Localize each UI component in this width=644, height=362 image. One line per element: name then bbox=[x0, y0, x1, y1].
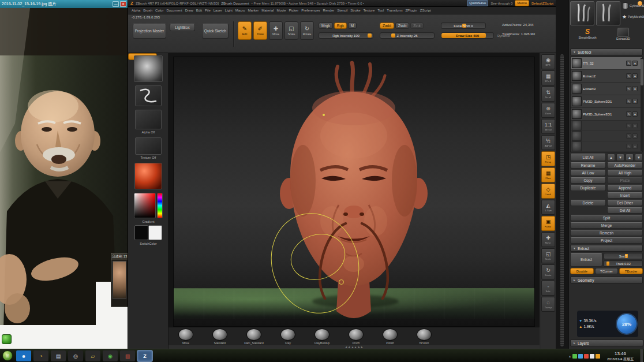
brush-strip-item[interactable]: Move bbox=[173, 329, 199, 345]
extract-toggle-button[interactable]: TBorder bbox=[619, 268, 643, 274]
polypaint-icon[interactable]: ✎ bbox=[626, 133, 631, 139]
taskbar-icon[interactable]: ▤ bbox=[51, 350, 66, 361]
subtool-item[interactable]: ✎ ● bbox=[571, 131, 642, 141]
gradient-label[interactable]: Gradient bbox=[128, 220, 169, 223]
net-speed-widget[interactable]: ▼39.3K/s ▲1.9K/s 28% bbox=[577, 311, 638, 337]
menu-item[interactable]: Tool bbox=[377, 9, 384, 12]
taskbar-icon[interactable]: ◔ bbox=[33, 350, 48, 361]
tray-icon[interactable] bbox=[596, 354, 600, 359]
visibility-eye-icon[interactable]: ● bbox=[632, 111, 638, 117]
menu-item[interactable]: Render bbox=[323, 9, 335, 12]
switchcolor-button[interactable]: SwitchColor bbox=[128, 242, 169, 245]
quicksave-button[interactable]: QuickSave bbox=[467, 0, 488, 6]
reorder-arrow-button[interactable]: ▲ bbox=[626, 154, 634, 161]
tray-icon[interactable] bbox=[584, 354, 589, 359]
draw-size-slider[interactable]: Draw Size 409 bbox=[441, 32, 494, 39]
see-through-slider[interactable]: See-through 0 bbox=[491, 2, 512, 5]
edit-mode-button[interactable]: ✚ Move bbox=[269, 21, 283, 40]
tool-slot-extract3d[interactable]: Extract3D bbox=[606, 28, 641, 40]
visibility-eye-icon[interactable]: ● bbox=[632, 123, 638, 128]
right-shelf-button[interactable]: ↻ Rotate bbox=[541, 264, 555, 279]
start-button[interactable]: ⊞ bbox=[2, 350, 13, 361]
current-tool-thumbnail[interactable] bbox=[570, 1, 594, 25]
menu-item[interactable]: Texture bbox=[363, 9, 376, 12]
subtool-action-button[interactable]: Rename bbox=[570, 162, 606, 169]
brush-strip-item[interactable]: ClayBuildup bbox=[309, 329, 335, 345]
edit-mode-button[interactable]: ◱ Scale bbox=[284, 21, 298, 40]
tool-slot-polymesh3d[interactable]: ★ PolyMesh3D bbox=[622, 14, 644, 20]
menu-item[interactable]: Transform bbox=[386, 9, 403, 12]
edit-mode-button[interactable]: ✎ Edit bbox=[238, 21, 252, 40]
color-picker[interactable] bbox=[134, 193, 156, 218]
subtool-action-button[interactable]: AutoReorder bbox=[607, 162, 643, 169]
right-shelf-button[interactable]: ✚ Move bbox=[541, 232, 555, 247]
stroke-selector[interactable] bbox=[135, 85, 162, 106]
projection-master-button[interactable]: Projection Master bbox=[133, 24, 166, 39]
focal-shift-slider[interactable]: Focal Shift 0 bbox=[441, 23, 486, 29]
tray-icon[interactable] bbox=[572, 354, 577, 359]
divider-grip[interactable] bbox=[560, 54, 564, 346]
visibility-eye-icon[interactable]: ● bbox=[632, 133, 638, 139]
right-shelf-button[interactable]: ◉ BPR bbox=[541, 54, 555, 69]
polypaint-icon[interactable]: ✎ bbox=[626, 144, 631, 149]
extract-button[interactable]: Extract bbox=[570, 253, 602, 267]
menu-item[interactable]: Macro bbox=[235, 9, 246, 12]
right-shelf-button[interactable]: ◦ Solo bbox=[541, 281, 555, 296]
slider-handle[interactable] bbox=[368, 33, 372, 38]
default-zscript-button[interactable]: DefaultZScript bbox=[531, 2, 553, 5]
subtool-action-button[interactable]: Del All bbox=[607, 207, 643, 214]
right-shelf-button[interactable]: ½ AAHalf bbox=[541, 135, 555, 150]
reorder-arrow-button[interactable]: ▲ bbox=[607, 154, 615, 161]
right-shelf-button[interactable]: ⇅ Scroll bbox=[541, 87, 555, 102]
menu-item[interactable]: Marker bbox=[247, 9, 259, 12]
hue-strip[interactable] bbox=[157, 193, 163, 218]
color-mode-button[interactable]: M bbox=[348, 23, 357, 29]
sculpt-mode-button[interactable]: Zsub bbox=[395, 23, 409, 29]
right-shelf-button[interactable]: ▣ Frame bbox=[541, 216, 555, 231]
tool-thumbnail[interactable] bbox=[596, 1, 620, 25]
right-shelf-button[interactable]: 1:1 Actual bbox=[541, 119, 555, 134]
photo-viewer-titlebar[interactable]: 2016-11-02_15-16-19.jpg 图片 — ✕ bbox=[0, 0, 128, 8]
alpha-selector[interactable] bbox=[135, 110, 162, 129]
scrollbar-thumb[interactable] bbox=[641, 59, 643, 85]
tool-slot-cylinder3d[interactable]: Cylinder3D bbox=[622, 2, 644, 9]
menu-item[interactable]: Light bbox=[224, 9, 233, 12]
right-shelf-button[interactable]: ▦ Floor bbox=[541, 167, 555, 182]
close-button[interactable]: ✕ bbox=[120, 1, 126, 7]
extract-toggle-button[interactable]: TCorner bbox=[595, 268, 619, 274]
menu-item[interactable]: Edit bbox=[196, 9, 203, 12]
show-desktop-button[interactable] bbox=[641, 349, 643, 362]
menu-item[interactable]: Stencil bbox=[336, 9, 348, 12]
sculpt-mode-button[interactable]: Zcut bbox=[410, 23, 424, 29]
memo-button[interactable]: Memo bbox=[515, 0, 529, 6]
right-shelf-button[interactable]: ◇ Local bbox=[541, 184, 555, 199]
subtool-item[interactable]: Extract2 ✎ ● bbox=[571, 70, 642, 83]
edit-mode-button[interactable]: ↻ Rotate bbox=[300, 21, 314, 40]
thick-slider[interactable]: Thick 0.02 bbox=[604, 260, 643, 267]
color-mode-button[interactable]: Rgb bbox=[334, 23, 347, 29]
current-brush-thumbnail[interactable] bbox=[134, 55, 163, 82]
subtool-action-button[interactable]: Del Other bbox=[607, 200, 643, 206]
subsection-button[interactable]: Split bbox=[570, 215, 643, 221]
menu-item[interactable]: Layer bbox=[213, 9, 223, 12]
menu-item[interactable]: ZPlugin bbox=[405, 9, 417, 12]
subsection-button[interactable]: Project bbox=[570, 237, 643, 244]
polypaint-icon[interactable]: ✎ bbox=[626, 86, 631, 91]
taskbar-icon[interactable]: ◎ bbox=[68, 350, 83, 361]
subtool-action-button[interactable]: Append bbox=[607, 185, 643, 191]
minimize-button[interactable]: — bbox=[113, 1, 119, 7]
tray-expand-icon[interactable]: ▴ bbox=[569, 354, 571, 358]
z-intensity-slider[interactable]: Z Intensity 25 bbox=[380, 32, 435, 39]
tool-slot-simplebrush[interactable]: S SimpleBrush bbox=[571, 28, 604, 39]
visibility-eye-icon[interactable]: ● bbox=[632, 144, 638, 149]
subtool-scrollbar[interactable] bbox=[641, 58, 643, 151]
visibility-eye-icon[interactable]: ● bbox=[632, 86, 638, 91]
menu-item[interactable]: Stroke bbox=[350, 9, 361, 12]
extract-section-header[interactable]: ▼Extract bbox=[570, 245, 643, 252]
taskbar-icon[interactable]: Z bbox=[137, 350, 152, 361]
usage-gauge[interactable]: 28% bbox=[617, 314, 636, 334]
subtool-section-header[interactable]: ▼SubTool bbox=[570, 48, 643, 55]
polypaint-icon[interactable]: ✎ bbox=[626, 73, 631, 79]
menu-item[interactable]: Alpha bbox=[131, 9, 141, 12]
brush-strip-item[interactable]: Standard bbox=[207, 329, 233, 345]
